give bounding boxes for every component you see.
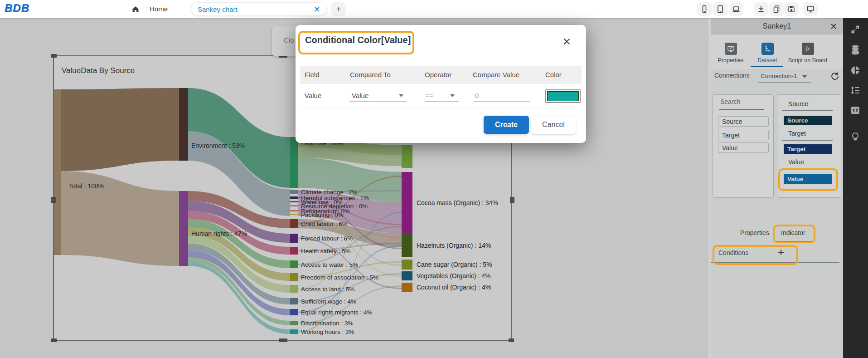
connection-select[interactable]: Connection-1	[761, 73, 797, 79]
tab-script-on-board[interactable]: fx Script on Board	[786, 43, 829, 64]
dropzone-target-label: Target	[788, 130, 806, 137]
svg-text:Freedom of association : 5%: Freedom of association : 5%	[301, 274, 378, 281]
line-spacing-icon[interactable]	[850, 85, 860, 95]
fields-box: Source Target Value	[713, 94, 774, 198]
conditions-label: Conditions	[718, 249, 748, 256]
copy-icon	[772, 5, 781, 14]
conditional-color-modal: Conditional Color[Value] Field Compared …	[296, 25, 586, 143]
col-compared-to: Compared To	[350, 71, 391, 78]
desktop-preview-button[interactable]	[803, 2, 818, 16]
dropzone-source-label: Source	[788, 100, 808, 108]
resize-handle[interactable]	[51, 197, 56, 203]
right-toolbar	[843, 18, 868, 358]
field-item-value[interactable]: Value	[718, 142, 769, 153]
properties-icon	[727, 45, 735, 53]
chip-value[interactable]: Value	[784, 174, 832, 184]
underline	[425, 101, 459, 102]
resize-handle[interactable]	[51, 54, 57, 58]
fx-icon: fx	[806, 45, 810, 52]
svg-text:Access to water : 5%: Access to water : 5%	[301, 261, 358, 268]
duplicate-button[interactable]	[769, 2, 784, 16]
pie-chart-icon[interactable]	[850, 65, 860, 75]
save-icon	[787, 5, 796, 14]
resize-handle[interactable]	[51, 338, 57, 342]
col-compare-value: Compare Value	[473, 71, 519, 78]
add-condition-button[interactable]: +	[778, 246, 784, 259]
mobile-preview-button[interactable]	[697, 2, 712, 16]
compared-to-select[interactable]: Value	[352, 92, 369, 99]
panel-close-icon[interactable]	[830, 23, 837, 29]
col-color: Color	[545, 71, 562, 78]
compare-value-input[interactable]: 0	[475, 92, 479, 99]
monitor-icon	[806, 5, 815, 14]
dropzone-value-label: Value	[788, 158, 804, 166]
home-label[interactable]: Home	[150, 5, 168, 13]
panel-header: Sankey1	[711, 18, 843, 34]
tablet-icon	[716, 5, 725, 14]
svg-text:Equal rights migrants : 4%: Equal rights migrants : 4%	[301, 309, 373, 316]
tab-dataset[interactable]: Dataset	[749, 43, 786, 64]
laptop-preview-button[interactable]	[729, 2, 743, 16]
chip-source[interactable]: Source	[784, 116, 832, 125]
mobile-icon	[700, 5, 709, 14]
close-tab-icon[interactable]	[314, 6, 320, 12]
connection-underline	[758, 82, 811, 83]
svg-text:Cane sugar (Organic) : 5%: Cane sugar (Organic) : 5%	[417, 261, 492, 268]
cancel-button[interactable]: Cancel	[531, 116, 576, 134]
svg-text:Working hours : 3%: Working hours : 3%	[301, 329, 354, 335]
dataset-icon	[764, 45, 771, 53]
laptop-icon	[732, 5, 741, 14]
color-swatch[interactable]	[547, 91, 579, 101]
code-icon[interactable]	[850, 105, 860, 115]
download-button[interactable]	[754, 2, 768, 16]
svg-text:Discrimination : 3%: Discrimination : 3%	[301, 320, 354, 327]
search-underline	[719, 109, 764, 110]
chip-target[interactable]: Target	[784, 144, 832, 154]
resize-handle[interactable]	[509, 338, 514, 342]
operator-select[interactable]: ==	[426, 92, 434, 99]
svg-text:Sufficient wage : 4%: Sufficient wage : 4%	[301, 298, 356, 305]
svg-text:Environment : 53%: Environment : 53%	[191, 142, 245, 149]
svg-text:Hazelnuts (Organic) : 14%: Hazelnuts (Organic) : 14%	[417, 242, 491, 249]
document-tab[interactable]: Sankey chart	[191, 2, 327, 16]
row-field-value: Value	[305, 92, 321, 99]
conditions-divider	[711, 262, 839, 263]
svg-text:Health safety : 5%: Health safety : 5%	[301, 248, 351, 255]
dropzones-box: Source Source Target Target Value Value	[777, 94, 841, 198]
search-input[interactable]	[719, 98, 766, 106]
indicator-underline	[774, 241, 814, 242]
add-tab-button[interactable]: +	[331, 2, 346, 16]
resize-handle[interactable]	[279, 338, 287, 342]
create-button[interactable]: Create	[484, 116, 529, 134]
connections-label: Connections	[714, 72, 750, 79]
modal-close-icon[interactable]	[563, 38, 571, 45]
bottom-tab-properties[interactable]: Properties	[740, 229, 769, 236]
svg-text:Cocoa mass (Organic) : 34%: Cocoa mass (Organic) : 34%	[417, 199, 498, 206]
database-icon[interactable]	[850, 44, 860, 55]
tab-properties[interactable]: Properties	[713, 43, 749, 64]
svg-text:Child labour : 6%: Child labour : 6%	[301, 221, 348, 227]
resize-handle[interactable]	[510, 197, 514, 203]
divider	[782, 110, 833, 111]
refresh-icon[interactable]	[829, 71, 840, 82]
properties-panel: Sankey1 Properties Dataset fx Script on …	[711, 18, 843, 358]
bottom-tab-indicator[interactable]: Indicator	[781, 229, 805, 236]
download-icon	[756, 5, 766, 14]
field-item-source[interactable]: Source	[718, 116, 769, 127]
bulb-icon[interactable]	[850, 132, 860, 143]
home-icon[interactable]	[131, 5, 140, 14]
tablet-preview-button[interactable]	[713, 2, 727, 16]
panel-tabs: Properties Dataset fx Script on Board	[711, 34, 843, 69]
bdb-logo: BDB	[5, 2, 29, 15]
underline	[474, 101, 530, 102]
active-tab-underline	[751, 66, 783, 67]
chevron-down-icon	[450, 94, 455, 97]
save-button[interactable]	[784, 2, 799, 16]
expand-icon[interactable]	[850, 25, 860, 34]
color-swatch-frame[interactable]	[545, 89, 581, 103]
chevron-down-icon	[399, 94, 403, 97]
underline	[349, 101, 407, 102]
modal-table-header: Field Compared To Operator Compare Value…	[300, 66, 582, 84]
svg-text:Vegetables (Organic) : 4%: Vegetables (Organic) : 4%	[417, 272, 490, 280]
field-item-target[interactable]: Target	[718, 130, 769, 140]
